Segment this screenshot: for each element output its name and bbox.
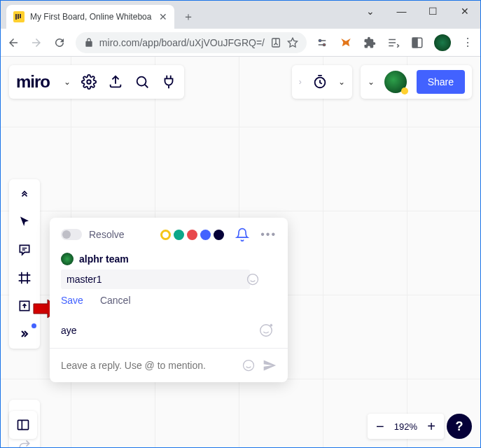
help-button[interactable]: ? <box>447 414 472 439</box>
more-tools-icon[interactable] <box>17 326 32 342</box>
svg-point-12 <box>244 360 254 371</box>
author-name: alphr team <box>79 253 129 265</box>
color-red[interactable] <box>187 230 197 240</box>
author-avatar <box>61 253 74 265</box>
cancel-button[interactable]: Cancel <box>100 295 131 306</box>
reply-input-row <box>50 348 288 382</box>
search-icon[interactable] <box>134 74 151 90</box>
svg-point-2 <box>323 43 326 46</box>
svg-rect-4 <box>412 38 417 48</box>
emoji-react-icon[interactable] <box>246 272 260 286</box>
add-reaction-icon[interactable] <box>258 323 274 338</box>
miro-canvas[interactable]: miro ⌄ › ⌄ ⌄ Share <box>1 57 480 447</box>
window-dropdown-icon[interactable]: ⌄ <box>354 1 386 22</box>
url-text: miro.com/app/board/uXjVOuJFGRQ=/ <box>99 37 265 48</box>
window-maximize-icon[interactable]: ☐ <box>417 1 449 22</box>
collab-menu-icon[interactable]: ⌄ <box>368 77 375 87</box>
miro-favicon <box>13 11 25 22</box>
upload-tool-icon[interactable] <box>17 298 32 314</box>
timer-toolbar: › ⌄ <box>292 65 352 99</box>
extension-toggle-icon[interactable] <box>315 36 329 50</box>
extensions-puzzle-icon[interactable] <box>363 36 377 50</box>
forward-button[interactable] <box>29 34 44 51</box>
browser-tab[interactable]: My First Board, Online Whiteboa ✕ <box>6 5 174 29</box>
svg-point-11 <box>260 325 272 337</box>
extension-fox-icon[interactable] <box>339 36 353 50</box>
collab-toolbar: ⌄ Share <box>361 65 472 99</box>
zoom-level[interactable]: 192% <box>394 421 417 432</box>
svg-point-5 <box>87 80 91 84</box>
profile-avatar[interactable] <box>434 34 451 51</box>
top-toolbar: miro ⌄ › ⌄ ⌄ Share <box>9 65 472 99</box>
share-button[interactable]: Share <box>417 70 465 94</box>
reload-button[interactable] <box>53 34 67 51</box>
plug-icon[interactable] <box>160 74 177 90</box>
frame-tool-icon[interactable] <box>17 270 32 286</box>
zoom-out-button[interactable]: − <box>373 419 387 435</box>
comment-body: alphr team Save Cancel <box>50 248 288 316</box>
comment-reply: aye <box>50 316 288 341</box>
window-controls: ⌄ — ☐ ✕ <box>354 1 480 22</box>
svg-point-10 <box>248 274 258 285</box>
lock-icon <box>84 38 94 48</box>
user-avatar[interactable] <box>384 71 407 93</box>
share-url-icon[interactable] <box>270 37 281 48</box>
save-button[interactable]: Save <box>61 295 83 306</box>
svg-rect-9 <box>18 420 29 429</box>
timer-menu-icon[interactable]: ⌄ <box>338 77 345 87</box>
timer-prev-icon[interactable]: › <box>299 77 302 87</box>
bookmark-star-icon[interactable] <box>287 37 298 48</box>
resolve-toggle[interactable] <box>61 229 82 240</box>
redo-icon[interactable] <box>17 438 32 448</box>
svg-point-6 <box>137 77 146 86</box>
zoom-in-button[interactable]: + <box>424 419 438 435</box>
tab-title: My First Board, Online Whiteboa <box>30 12 153 22</box>
reply-emoji-icon[interactable] <box>242 358 256 372</box>
zoom-box: − 192% + <box>368 414 444 439</box>
reader-mode-icon[interactable] <box>410 36 424 50</box>
settings-gear-icon[interactable] <box>81 74 97 90</box>
address-bar[interactable]: miro.com/app/board/uXjVOuJFGRQ=/ <box>76 32 307 53</box>
window-close-icon[interactable]: ✕ <box>449 1 480 22</box>
browser-menu-icon[interactable]: ⋮ <box>461 36 475 50</box>
miro-logo[interactable]: miro <box>16 72 54 92</box>
timer-icon[interactable] <box>312 74 328 90</box>
send-icon[interactable] <box>263 358 277 372</box>
color-tag-picker <box>160 230 224 240</box>
collapse-icon[interactable] <box>17 186 32 202</box>
comment-author: alphr team <box>61 253 277 265</box>
panel-toggle-button[interactable] <box>9 411 37 439</box>
browser-toolbar: miro.com/app/board/uXjVOuJFGRQ=/ ⋮ <box>1 29 480 57</box>
color-blue[interactable] <box>200 230 211 240</box>
zoom-controls: − 192% + ? <box>368 414 472 439</box>
tab-close-icon[interactable]: ✕ <box>159 11 167 22</box>
extension-icons: ⋮ <box>315 34 475 51</box>
reply-text: aye <box>61 325 77 336</box>
color-green[interactable] <box>174 230 184 240</box>
new-tab-button[interactable]: ＋ <box>179 7 198 27</box>
extension-playlist-icon[interactable] <box>386 36 400 50</box>
svg-point-1 <box>319 39 321 41</box>
export-icon[interactable] <box>107 74 124 90</box>
select-tool-icon[interactable] <box>17 214 32 230</box>
edit-actions: Save Cancel <box>61 295 277 306</box>
color-yellow[interactable] <box>160 230 171 240</box>
board-toolbar: miro ⌄ <box>9 65 184 99</box>
board-menu-chevron-icon[interactable]: ⌄ <box>64 77 71 87</box>
color-black[interactable] <box>214 230 224 240</box>
browser-tab-strip: My First Board, Online Whiteboa ✕ ＋ ⌄ — … <box>1 1 480 29</box>
comment-tool-icon[interactable] <box>17 242 32 258</box>
comment-edit-input[interactable] <box>61 270 250 289</box>
resolve-label: Resolve <box>89 229 153 240</box>
comment-header: Resolve ••• <box>50 218 288 248</box>
reply-input[interactable] <box>61 360 235 371</box>
notification-dot <box>32 323 36 328</box>
left-toolbar <box>9 179 40 349</box>
notification-bell-icon[interactable] <box>235 227 249 241</box>
comment-thread-card: Resolve ••• alphr team Save Canc <box>50 218 288 382</box>
window-minimize-icon[interactable]: — <box>386 1 417 22</box>
back-button[interactable] <box>6 34 21 51</box>
comment-menu-icon[interactable]: ••• <box>260 228 277 241</box>
